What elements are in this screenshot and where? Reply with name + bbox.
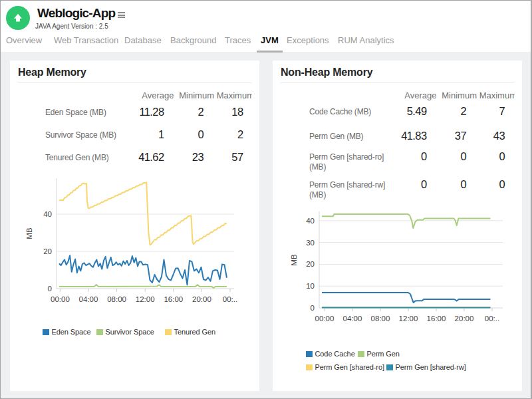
svg-text:04:00: 04:00 <box>79 295 98 303</box>
svg-text:20:00: 20:00 <box>455 315 474 323</box>
svg-text:30: 30 <box>306 239 315 247</box>
svg-text:12:00: 12:00 <box>136 295 155 303</box>
svg-text:0: 0 <box>48 285 52 293</box>
svg-text:16:00: 16:00 <box>427 315 446 323</box>
svg-text:00:..: 00:.. <box>223 295 237 303</box>
svg-text:12:00: 12:00 <box>399 315 418 323</box>
svg-text:08:00: 08:00 <box>371 315 390 323</box>
svg-text:08:00: 08:00 <box>107 295 126 303</box>
svg-text:04:00: 04:00 <box>343 315 362 323</box>
svg-text:40: 40 <box>306 217 315 225</box>
svg-text:00:00: 00:00 <box>51 295 70 303</box>
svg-text:16:00: 16:00 <box>164 295 183 303</box>
svg-text:10: 10 <box>306 282 315 290</box>
svg-text:MB: MB <box>25 227 33 239</box>
svg-text:40: 40 <box>43 210 52 218</box>
svg-text:00:00: 00:00 <box>315 315 334 323</box>
svg-text:MB: MB <box>290 254 298 266</box>
svg-text:20: 20 <box>43 247 52 255</box>
svg-text:20:00: 20:00 <box>192 295 211 303</box>
svg-text:20: 20 <box>306 260 315 268</box>
svg-text:0: 0 <box>311 304 315 312</box>
svg-text:00:..: 00:.. <box>485 315 499 323</box>
